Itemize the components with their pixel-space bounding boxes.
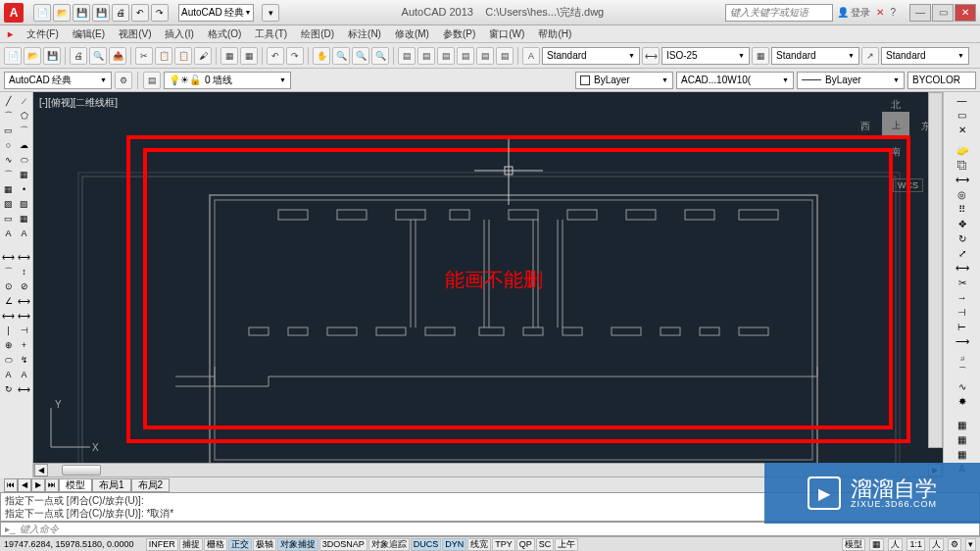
qat-plot-icon[interactable]: 🖨 xyxy=(112,4,129,22)
table-style-combo[interactable]: Standard▼ xyxy=(771,47,859,65)
ellipse-icon[interactable]: ⬭ xyxy=(18,153,31,167)
erase-icon[interactable]: 🧽 xyxy=(955,144,970,157)
ssm-icon[interactable]: ▤ xyxy=(457,47,474,65)
array-icon[interactable]: ⠿ xyxy=(955,203,970,216)
zoom-ext-icon[interactable]: 🔍 xyxy=(371,47,389,65)
layer-props-icon[interactable]: ▤ xyxy=(143,72,161,89)
tolerance-icon[interactable]: ⊕ xyxy=(2,338,16,352)
preview-icon[interactable]: 🔍 xyxy=(89,47,107,65)
tab-prev-icon[interactable]: ◀ xyxy=(18,478,31,492)
prop-icon[interactable]: ▤ xyxy=(398,47,416,65)
zoom-icon[interactable]: 🔍 xyxy=(332,47,350,65)
arc-icon[interactable]: ⌒ xyxy=(18,124,31,137)
misc2-icon[interactable]: ▦ xyxy=(955,433,970,446)
menu-item[interactable]: 插入(I) xyxy=(165,27,193,41)
table-icon[interactable]: ▦ xyxy=(18,212,31,225)
move-icon[interactable]: ✥ xyxy=(955,218,970,230)
dim-rad-icon[interactable]: ⊙ xyxy=(2,279,16,293)
layout-tab[interactable]: 布局1 xyxy=(92,478,131,492)
menu-app-icon[interactable]: ▸ xyxy=(8,28,13,39)
copy-icon[interactable]: 📋 xyxy=(155,47,172,65)
menu-item[interactable]: 帮助(H) xyxy=(538,27,571,41)
qat-saveas-icon[interactable]: 💾 xyxy=(92,4,110,22)
dc-icon[interactable]: ▤ xyxy=(417,47,435,65)
dim-jog-icon[interactable]: ↯ xyxy=(18,353,31,367)
status-toggle[interactable]: INFER xyxy=(146,538,178,551)
status-toggle[interactable]: 线宽 xyxy=(467,538,491,551)
workspace-combo-2[interactable]: AutoCAD 经典▼ xyxy=(4,72,112,89)
search-input[interactable] xyxy=(725,4,833,22)
workspace-select[interactable]: AutoCAD 经典 ▼ xyxy=(178,4,254,22)
menu-item[interactable]: 格式(O) xyxy=(208,27,241,41)
color-combo[interactable]: ByLayer▼ xyxy=(575,72,673,89)
qat-more-icon[interactable]: ▾ xyxy=(262,4,279,22)
maximize-button[interactable]: ▭ xyxy=(932,4,954,22)
linetype-combo[interactable]: ACAD...10W10(▼ xyxy=(676,72,794,89)
revcloud-icon[interactable]: ☁ xyxy=(18,138,31,152)
rect-icon[interactable]: ▭ xyxy=(2,124,16,137)
qat-open-icon[interactable]: 📂 xyxy=(53,4,71,22)
dim-edit-icon[interactable]: A xyxy=(2,368,16,381)
xline-icon[interactable]: ⟋ xyxy=(18,94,31,108)
fillet-icon[interactable]: ⌒ xyxy=(955,365,970,378)
cut-icon[interactable]: ✂ xyxy=(135,47,153,65)
qat-undo-icon[interactable]: ↶ xyxy=(131,4,149,22)
break-icon[interactable]: ⊣ xyxy=(955,306,970,319)
qat-save-icon[interactable]: 💾 xyxy=(73,4,90,22)
circle-icon[interactable]: ○ xyxy=(2,138,16,152)
dim-style-icon2[interactable]: ⟷ xyxy=(18,382,31,396)
scroll-left-icon[interactable]: ◀ xyxy=(34,464,48,476)
spline-icon[interactable]: ∿ xyxy=(2,153,16,167)
polygon-icon[interactable]: ⬠ xyxy=(18,109,31,123)
view-label[interactable]: [-][俯视][二维线框] xyxy=(39,96,118,110)
vertical-scrollbar[interactable] xyxy=(928,92,943,448)
hatch-icon[interactable]: ▨ xyxy=(2,197,16,211)
status-toggle[interactable]: 上午 xyxy=(555,538,578,551)
mleader-style-icon[interactable]: ↗ xyxy=(861,47,879,65)
extend-icon[interactable]: → xyxy=(955,291,970,304)
stretch-icon[interactable]: ⟷ xyxy=(955,262,970,275)
dim-base-icon[interactable]: ⟷ xyxy=(2,309,16,323)
status-toggle[interactable]: 极轴 xyxy=(253,538,276,551)
gradient-icon[interactable]: ▧ xyxy=(18,197,31,211)
status-toggle[interactable]: 3DOSNAP xyxy=(319,538,368,551)
status-toggle[interactable]: DYN xyxy=(442,538,466,551)
status-toggle[interactable]: 对象追踪 xyxy=(368,538,410,551)
mark-icon[interactable]: ▤ xyxy=(476,47,494,65)
dim-style-icon[interactable]: ⟷ xyxy=(642,47,660,65)
dim-insp-icon[interactable]: ⬭ xyxy=(2,353,16,367)
status-gear-icon[interactable]: ⚙ xyxy=(948,538,961,551)
new-icon[interactable]: 📄 xyxy=(4,47,22,65)
scroll-thumb[interactable] xyxy=(62,465,101,476)
line-icon[interactable]: ╱ xyxy=(2,94,16,108)
mirror-icon[interactable]: ⟷ xyxy=(955,174,970,186)
dim-space-icon[interactable]: | xyxy=(2,324,16,337)
command-input[interactable]: ▸_ 键入命令 xyxy=(0,522,980,536)
dim-tedit-icon[interactable]: A xyxy=(18,368,31,381)
exchange-icon[interactable]: ✕ xyxy=(876,7,884,18)
calc-icon[interactable]: ▤ xyxy=(496,47,514,65)
tab-last-icon[interactable]: ⏭ xyxy=(45,478,59,492)
plot-icon[interactable]: 🖨 xyxy=(70,47,87,65)
dim-lin-icon[interactable]: ⟷ xyxy=(2,250,16,264)
status-toggle[interactable]: DUCS xyxy=(411,538,442,551)
mtext-icon[interactable]: A xyxy=(2,226,16,240)
misc1-icon[interactable]: ▦ xyxy=(955,419,970,431)
layer-combo[interactable]: 💡 ☀ 🔓 0 墙线 ▼ xyxy=(164,72,291,89)
menu-item[interactable]: 视图(V) xyxy=(119,27,151,41)
status-toggle[interactable]: SC xyxy=(536,538,555,551)
menu-item[interactable]: 绘图(D) xyxy=(301,27,334,41)
block-make-icon[interactable]: ▦ xyxy=(2,182,16,196)
status-scale[interactable]: 1:1 xyxy=(906,538,925,551)
status-toggle[interactable]: 对象捕捉 xyxy=(277,538,318,551)
match-icon[interactable]: 🖌 xyxy=(194,47,212,65)
menu-item[interactable]: 标注(N) xyxy=(348,27,381,41)
help-icon[interactable]: ? xyxy=(890,7,896,18)
offset-icon[interactable]: ◎ xyxy=(955,188,970,201)
doc-max-icon[interactable]: ▭ xyxy=(955,109,970,122)
chamfer-icon[interactable]: ⟓ xyxy=(955,350,970,363)
zoom-prev-icon[interactable]: 🔍 xyxy=(352,47,369,65)
dim-dia-icon[interactable]: ⊘ xyxy=(18,279,31,293)
dim-cont-icon[interactable]: ⟷ xyxy=(18,309,31,323)
coords[interactable]: 19747.6284, 15978.5180, 0.0000 xyxy=(4,539,134,549)
